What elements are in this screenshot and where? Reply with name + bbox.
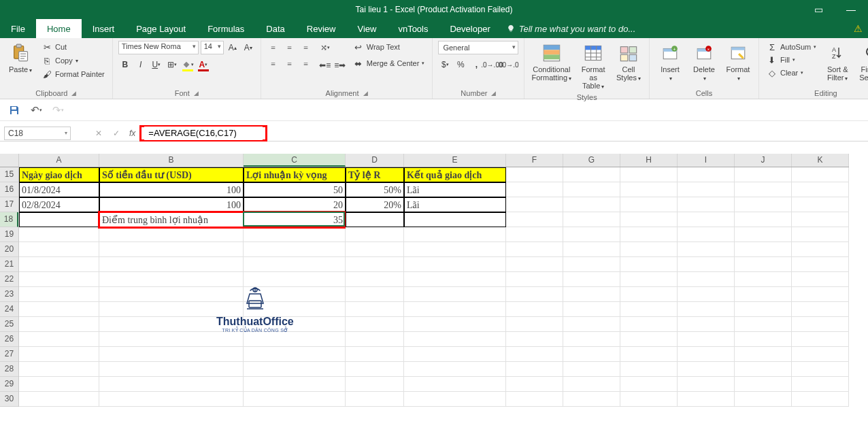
cell-C15[interactable]: Lợi nhuận kỳ vọng bbox=[244, 167, 346, 182]
cell-E19[interactable] bbox=[404, 227, 506, 242]
cell-G27[interactable] bbox=[563, 347, 620, 362]
cell-K23[interactable] bbox=[792, 287, 849, 302]
cell-D23[interactable] bbox=[346, 287, 404, 302]
cell-E27[interactable] bbox=[404, 347, 506, 362]
clipboard-launcher[interactable]: ◢ bbox=[71, 90, 76, 97]
cell-F28[interactable] bbox=[506, 362, 563, 377]
cell-K24[interactable] bbox=[792, 302, 849, 317]
row-header-23[interactable]: 23 bbox=[0, 287, 18, 302]
cell-B18[interactable]: Điểm trung bình lợi nhuận bbox=[99, 212, 244, 227]
cell-styles-button[interactable]: Cell Styles▾ bbox=[614, 41, 644, 84]
cut-button[interactable]: ✂Cut bbox=[39, 41, 107, 53]
cell-H25[interactable] bbox=[620, 317, 678, 332]
bold-button[interactable]: B bbox=[118, 58, 132, 71]
cell-C19[interactable] bbox=[244, 227, 346, 242]
cell-E25[interactable] bbox=[404, 317, 506, 332]
merge-center-button[interactable]: ⬌Merge & Center ▾ bbox=[351, 57, 427, 69]
row-header-26[interactable]: 26 bbox=[0, 332, 18, 347]
tab-vntools[interactable]: vnTools bbox=[387, 19, 439, 38]
ribbon-display-options-icon[interactable]: ▭ bbox=[808, 4, 829, 15]
cell-J18[interactable] bbox=[735, 212, 792, 227]
cell-I24[interactable] bbox=[678, 302, 735, 317]
col-header-F[interactable]: F bbox=[506, 154, 563, 167]
cell-A19[interactable] bbox=[19, 227, 99, 242]
cell-F16[interactable] bbox=[506, 182, 563, 197]
cell-J23[interactable] bbox=[735, 287, 792, 302]
cell-H29[interactable] bbox=[620, 377, 678, 392]
cell-C24[interactable] bbox=[244, 302, 346, 317]
cell-J15[interactable] bbox=[735, 167, 792, 182]
cell-C25[interactable] bbox=[244, 317, 346, 332]
cell-K19[interactable] bbox=[792, 227, 849, 242]
cell-A20[interactable] bbox=[19, 242, 99, 257]
cell-K22[interactable] bbox=[792, 272, 849, 287]
align-middle-button[interactable]: ≡ bbox=[283, 41, 297, 54]
cell-F22[interactable] bbox=[506, 272, 563, 287]
cell-C26[interactable] bbox=[244, 332, 346, 347]
cell-G24[interactable] bbox=[563, 302, 620, 317]
cell-G23[interactable] bbox=[563, 287, 620, 302]
cell-A30[interactable] bbox=[19, 392, 99, 407]
tab-formulas[interactable]: Formulas bbox=[197, 19, 255, 38]
cell-C29[interactable] bbox=[244, 377, 346, 392]
cell-G30[interactable] bbox=[563, 392, 620, 407]
cell-K30[interactable] bbox=[792, 392, 849, 407]
cell-F18[interactable] bbox=[506, 212, 563, 227]
cell-E18[interactable] bbox=[404, 212, 506, 227]
cell-F24[interactable] bbox=[506, 302, 563, 317]
row-header-30[interactable]: 30 bbox=[0, 392, 18, 407]
tab-view[interactable]: View bbox=[346, 19, 387, 38]
cell-C21[interactable] bbox=[244, 257, 346, 272]
cell-D21[interactable] bbox=[346, 257, 404, 272]
cell-J24[interactable] bbox=[735, 302, 792, 317]
insert-cells-button[interactable]: + Insert▾ bbox=[655, 41, 685, 83]
cell-F25[interactable] bbox=[506, 317, 563, 332]
cell-I28[interactable] bbox=[678, 362, 735, 377]
cell-D22[interactable] bbox=[346, 272, 404, 287]
cell-B21[interactable] bbox=[99, 257, 244, 272]
font-name-select[interactable]: Times New Roma bbox=[118, 41, 199, 54]
cell-I17[interactable] bbox=[678, 197, 735, 212]
cell-E28[interactable] bbox=[404, 362, 506, 377]
cell-J25[interactable] bbox=[735, 317, 792, 332]
cell-J19[interactable] bbox=[735, 227, 792, 242]
align-center-button[interactable]: ≡ bbox=[283, 57, 297, 71]
col-header-C[interactable]: C bbox=[244, 154, 346, 167]
number-format-select[interactable]: General bbox=[438, 41, 518, 54]
cell-C16[interactable]: 50 bbox=[244, 182, 346, 197]
cell-G18[interactable] bbox=[563, 212, 620, 227]
col-header-H[interactable]: H bbox=[620, 154, 678, 167]
col-header-J[interactable]: J bbox=[735, 154, 792, 167]
italic-button[interactable]: I bbox=[134, 58, 148, 71]
cell-D30[interactable] bbox=[346, 392, 404, 407]
cell-D24[interactable] bbox=[346, 302, 404, 317]
cell-D18[interactable] bbox=[346, 212, 404, 227]
underline-button[interactable]: U▾ bbox=[150, 58, 163, 71]
cell-H15[interactable] bbox=[620, 167, 678, 182]
cell-C23[interactable] bbox=[244, 287, 346, 302]
cell-K28[interactable] bbox=[792, 362, 849, 377]
cell-A22[interactable] bbox=[19, 272, 99, 287]
paste-button[interactable]: Paste▾ bbox=[5, 41, 35, 75]
cell-H18[interactable] bbox=[620, 212, 678, 227]
orientation-button[interactable]: ⤭▾ bbox=[318, 41, 332, 54]
align-right-button[interactable]: ≡ bbox=[299, 57, 313, 71]
cell-C28[interactable] bbox=[244, 362, 346, 377]
cell-B20[interactable] bbox=[99, 242, 244, 257]
cell-E30[interactable] bbox=[404, 392, 506, 407]
font-launcher[interactable]: ◢ bbox=[194, 90, 199, 97]
tab-home[interactable]: Home bbox=[36, 19, 82, 38]
cell-H19[interactable] bbox=[620, 227, 678, 242]
cell-B16[interactable]: 100 bbox=[99, 182, 244, 197]
col-header-G[interactable]: G bbox=[563, 154, 620, 167]
cell-H28[interactable] bbox=[620, 362, 678, 377]
cell-B30[interactable] bbox=[99, 392, 244, 407]
border-button[interactable]: ⊞▾ bbox=[165, 58, 179, 71]
cell-G21[interactable] bbox=[563, 257, 620, 272]
cell-K18[interactable] bbox=[792, 212, 849, 227]
align-left-button[interactable]: ≡ bbox=[267, 57, 280, 71]
shrink-font-button[interactable]: A▾ bbox=[241, 41, 255, 54]
copy-button[interactable]: ⎘Copy ▾ bbox=[39, 54, 107, 67]
grow-font-button[interactable]: A▴ bbox=[226, 41, 239, 54]
cell-D29[interactable] bbox=[346, 377, 404, 392]
